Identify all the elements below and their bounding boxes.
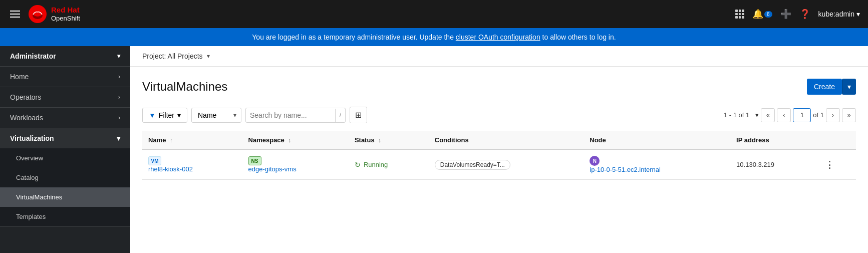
overview-label: Overview <box>16 154 43 162</box>
vm-name-link[interactable]: rhel8-kiosk-002 <box>148 165 236 173</box>
vm-namespace-cell: NS edge-gitops-vms <box>242 149 349 180</box>
page-first-button[interactable]: « <box>761 108 775 122</box>
notifications-badge: 6 <box>764 11 772 18</box>
page-number-input[interactable] <box>793 108 811 122</box>
sidebar-item-home[interactable]: Home › <box>0 67 130 87</box>
create-button-group: Create ▾ <box>807 79 856 95</box>
vm-type-badge: VM <box>148 156 161 165</box>
brand-text: Red Hat OpenShift <box>51 6 80 23</box>
sidebar-item-virtualization[interactable]: Virtualization ▾ <box>0 128 130 148</box>
vm-status-cell: ↻ Running <box>349 149 429 180</box>
namespace-sort-icon: ↕ <box>288 137 291 143</box>
filter-arrow: ▾ <box>177 111 181 119</box>
virtualization-chevron: ▾ <box>117 134 120 142</box>
catalog-label: Catalog <box>16 174 39 181</box>
col-node: Node <box>584 131 730 149</box>
name-sort-icon: ↑ <box>170 137 173 143</box>
operators-chevron: › <box>118 94 120 101</box>
admin-chevron: ▾ <box>117 53 120 60</box>
vm-node-cell: N ip-10-0-5-51.ec2.internal <box>584 149 730 180</box>
col-conditions: Conditions <box>429 131 584 149</box>
user-dropdown-arrow: ▾ <box>856 10 860 18</box>
project-bar: Project: All Projects ▾ <box>130 46 868 67</box>
sidebar-item-templates[interactable]: Templates <box>0 207 130 226</box>
user-name: kube:admin <box>818 10 854 18</box>
col-name: Name ↑ <box>142 131 242 149</box>
vm-name-cell: VM rhel8-kiosk-002 <box>142 149 242 180</box>
virtualization-label: Virtualization <box>10 134 54 142</box>
page-header: VirtualMachines Create ▾ <box>142 79 856 95</box>
columns-button[interactable]: ⊞ <box>350 107 367 123</box>
vm-actions-cell: ⋮ <box>819 149 856 180</box>
filter-button[interactable]: ▼ Filter ▾ <box>142 108 187 123</box>
sidebar-item-catalog[interactable]: Catalog <box>0 168 130 187</box>
node-type-badge: N <box>590 156 600 166</box>
create-dropdown-arrow: ▾ <box>847 83 851 91</box>
notifications-icon[interactable]: 🔔6 <box>752 9 772 20</box>
user-menu[interactable]: kube:admin ▾ <box>818 10 860 18</box>
name-select-wrapper: Name <box>191 108 241 123</box>
admin-label: Administrator <box>10 52 56 60</box>
pagination-info: 1 - 1 of 1 <box>724 111 749 119</box>
vm-table: Name ↑ Namespace ↕ Status ↕ Conditions N… <box>142 131 856 180</box>
col-ip: IP address <box>730 131 819 149</box>
pagination-dropdown-arrow: ▾ <box>755 111 759 119</box>
brand-logo: Red Hat OpenShift <box>28 5 80 24</box>
banner-text-after: to allow others to log in. <box>542 33 616 41</box>
columns-icon: ⊞ <box>355 111 362 119</box>
pagination: 1 - 1 of 1 ▾ « ‹ of 1 › » <box>724 108 856 122</box>
create-dropdown-button[interactable]: ▾ <box>842 79 856 95</box>
sidebar: Administrator ▾ Home › Operators › Workl… <box>0 46 130 253</box>
workloads-label: Workloads <box>10 114 43 122</box>
hamburger-menu[interactable] <box>8 9 22 20</box>
ip-address: 10.130.3.219 <box>736 161 774 168</box>
sidebar-item-operators[interactable]: Operators › <box>0 87 130 107</box>
help-icon[interactable]: ❓ <box>799 9 810 20</box>
running-status-icon: ↻ <box>355 161 361 169</box>
project-dropdown-arrow: ▾ <box>207 53 210 60</box>
name-select[interactable]: Name <box>191 108 241 123</box>
project-selector[interactable]: Project: All Projects ▾ <box>142 52 210 60</box>
filter-bar: ▼ Filter ▾ Name / ⊞ 1 - 1 of 1 <box>142 107 856 123</box>
sidebar-item-virtualmachines[interactable]: VirtualMachines <box>0 187 130 207</box>
row-actions-button[interactable]: ⋮ <box>825 160 834 170</box>
page-next-button[interactable]: › <box>826 108 840 122</box>
vm-conditions-cell: DataVolumesReady=T... <box>429 149 584 180</box>
vm-ip-cell: 10.130.3.219 <box>730 149 819 180</box>
status-sort-icon: ↕ <box>378 137 381 143</box>
top-navigation: Red Hat OpenShift 🔔6 ➕ ❓ kube:admin ▾ <box>0 0 868 28</box>
condition-badge: DataVolumesReady=T... <box>435 160 510 170</box>
brand-openshift: OpenShift <box>51 15 80 23</box>
sidebar-admin-header[interactable]: Administrator ▾ <box>0 46 130 66</box>
oauth-config-link[interactable]: cluster OAuth configuration <box>456 33 540 41</box>
page-title: VirtualMachines <box>142 80 227 94</box>
search-input-wrapper: / <box>245 108 346 123</box>
sidebar-item-overview[interactable]: Overview <box>0 148 130 168</box>
status-text: Running <box>364 161 388 168</box>
col-status: Status ↕ <box>349 131 429 149</box>
page-last-button[interactable]: » <box>842 108 856 122</box>
brand-redhat: Red Hat <box>51 6 80 15</box>
templates-label: Templates <box>16 213 46 220</box>
home-chevron: › <box>118 73 120 80</box>
project-label: Project: All Projects <box>142 52 203 60</box>
page-prev-button[interactable]: ‹ <box>777 108 791 122</box>
search-input[interactable] <box>246 108 335 122</box>
virtualmachines-label: VirtualMachines <box>16 193 62 201</box>
banner-text-before: You are logged in as a temporary adminis… <box>252 33 456 41</box>
filter-label: Filter <box>159 111 174 119</box>
create-button[interactable]: Create <box>807 79 842 95</box>
notification-banner: You are logged in as a temporary adminis… <box>0 28 868 46</box>
col-actions <box>819 131 856 149</box>
content-area: Project: All Projects ▾ VirtualMachines … <box>130 46 868 253</box>
add-icon[interactable]: ➕ <box>780 9 791 20</box>
namespace-link[interactable]: edge-gitops-vms <box>248 165 343 173</box>
ns-type-badge: NS <box>248 156 261 165</box>
node-link[interactable]: ip-10-0-5-51.ec2.internal <box>590 166 724 173</box>
operators-label: Operators <box>10 93 41 101</box>
col-namespace: Namespace ↕ <box>242 131 349 149</box>
table-row: VM rhel8-kiosk-002 NS edge-gitops-vms ↻ … <box>142 149 856 180</box>
filter-icon: ▼ <box>149 111 156 119</box>
grid-apps-icon[interactable] <box>735 10 744 19</box>
sidebar-item-workloads[interactable]: Workloads › <box>0 108 130 128</box>
